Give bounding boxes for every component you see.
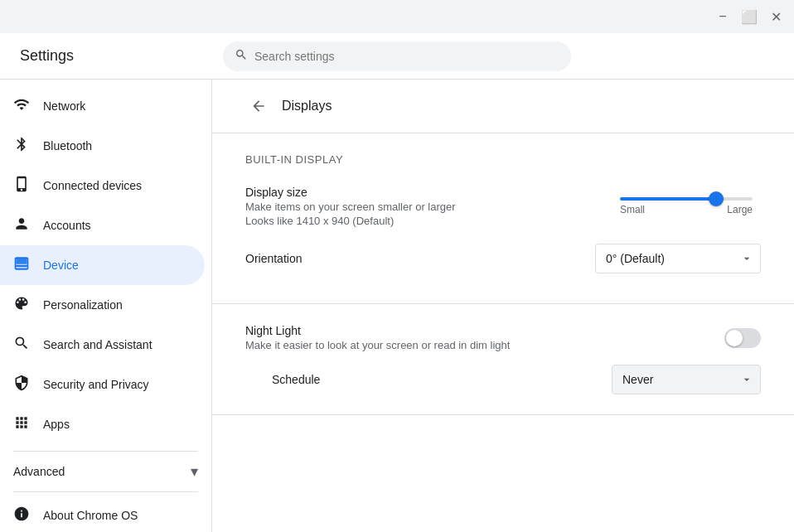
night-light-header: Night Light Make it easier to look at yo… [245,324,761,351]
night-light-section: Night Light Make it easier to look at yo… [212,304,794,415]
sidebar-item-accounts[interactable]: Accounts [0,206,205,245]
sidebar-item-accounts-label: Accounts [43,219,91,232]
schedule-label: Schedule [272,373,612,386]
content-area: Displays Built-in display Display size M… [212,80,794,532]
sidebar-item-apps[interactable]: Apps [0,404,205,444]
device-icon [13,255,30,276]
sidebar-item-device[interactable]: Device [0,245,205,285]
slider-labels: Small Large [620,204,753,215]
display-size-desc: Make items on your screen smaller or lar… [245,201,598,213]
display-size-row: Display size Make items on your screen s… [245,179,761,234]
minimize-button[interactable]: − [711,5,734,28]
night-light-desc: Make it easier to look at your screen or… [245,339,724,351]
main-layout: Network Bluetooth Connected devices Acco… [0,80,794,532]
titlebar: − ⬜ ✕ [0,0,794,33]
sidebar: Network Bluetooth Connected devices Acco… [0,80,212,532]
accounts-icon [13,215,30,236]
sidebar-item-device-label: Device [43,259,79,272]
connected-icon [13,176,30,196]
search-sidebar-icon [13,335,30,355]
sidebar-item-search-label: Search and Assistant [43,338,153,351]
apps-icon [13,414,30,435]
advanced-label: Advanced [13,465,65,478]
sidebar-item-apps-label: Apps [43,418,70,431]
built-in-display-section: Built-in display Display size Make items… [212,133,794,304]
orientation-select[interactable]: 0° (Default) 90° 180° 270° [595,244,761,273]
sidebar-advanced[interactable]: Advanced ▾ [0,452,211,491]
back-button[interactable] [245,93,272,119]
personalization-icon [13,295,30,316]
sidebar-item-security[interactable]: Security and Privacy [0,365,205,404]
night-light-toggle[interactable] [724,328,761,348]
schedule-select[interactable]: Never Sunset to Sunrise Custom [612,365,761,394]
built-in-display-title: Built-in display [245,153,761,166]
chevron-down-icon: ▾ [191,462,198,481]
sidebar-item-security-label: Security and Privacy [43,378,149,391]
search-icon [235,48,248,65]
sidebar-item-about[interactable]: About Chrome OS [0,496,205,532]
night-light-info: Night Light Make it easier to look at yo… [245,324,724,351]
bluetooth-icon [13,136,30,157]
about-icon [13,505,30,526]
security-icon [13,375,30,395]
slider-small-label: Small [620,204,645,215]
orientation-label: Orientation [245,252,595,265]
sidebar-item-about-label: About Chrome OS [43,509,138,522]
sidebar-item-connected-label: Connected devices [43,179,142,192]
display-size-info: Display size Make items on your screen s… [245,186,598,227]
display-size-control: Small Large [612,197,761,215]
close-button[interactable]: ✕ [764,5,787,28]
sidebar-item-bluetooth[interactable]: Bluetooth [0,126,205,166]
search-input[interactable] [254,50,559,63]
display-size-name: Display size [245,186,598,199]
display-size-sub: Looks like 1410 x 940 (Default) [245,215,598,227]
sidebar-item-bluetooth-label: Bluetooth [43,139,92,152]
sidebar-item-personalization[interactable]: Personalization [0,285,205,325]
page-header: Displays [212,80,794,133]
display-size-slider-container: Small Large [612,197,761,215]
search-box [223,41,571,71]
sidebar-item-search[interactable]: Search and Assistant [0,325,205,365]
page-title: Displays [282,99,332,114]
toggle-thumb [726,330,743,346]
display-size-slider[interactable] [620,197,753,201]
sidebar-item-network-label: Network [43,99,85,113]
maximize-button[interactable]: ⬜ [738,5,761,28]
slider-large-label: Large [727,204,753,215]
sidebar-item-network[interactable]: Network [0,86,205,126]
sidebar-item-connected[interactable]: Connected devices [0,166,205,206]
app-title: Settings [20,47,74,65]
network-icon [13,96,30,117]
schedule-row: Schedule Never Sunset to Sunrise Custom [245,351,761,394]
night-light-title: Night Light [245,324,724,337]
sidebar-item-personalization-label: Personalization [43,298,123,312]
app-header: Settings [0,33,794,80]
orientation-row: Orientation 0° (Default) 90° 180° 270° [245,234,761,283]
